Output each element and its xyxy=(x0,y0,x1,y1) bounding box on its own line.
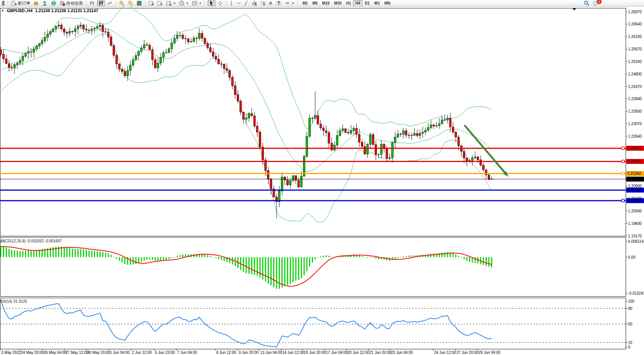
toolbar-grip[interactable] xyxy=(297,1,299,5)
zoom-out-icon xyxy=(128,0,133,6)
svg-text:8 Jun 12:00: 8 Jun 12:00 xyxy=(216,350,236,355)
svg-text:-0.013241: -0.013241 xyxy=(628,291,644,295)
text-icon: A xyxy=(269,0,272,6)
clipped-edge-icon[interactable] xyxy=(0,0,6,6)
bar-chart-button[interactable] xyxy=(88,0,96,6)
text-label-icon: T xyxy=(276,0,281,6)
toolbar-separator xyxy=(116,1,116,6)
svg-text:0.00: 0.00 xyxy=(628,255,636,259)
crosshair-icon xyxy=(217,0,223,6)
timeframe-H1[interactable]: H1 xyxy=(344,0,353,6)
chevron-down-icon[interactable]: ▼ xyxy=(173,2,176,5)
profile-next-button[interactable] xyxy=(156,0,164,6)
community-button[interactable] xyxy=(41,0,49,6)
timeframe-M1[interactable]: M1 xyxy=(300,0,310,6)
arrows-icon xyxy=(284,0,290,6)
chart-canvas[interactable]: 1.269701.265401.261001.256701.252401.248… xyxy=(0,0,644,355)
svg-text:21 Jun 20:00: 21 Jun 20:00 xyxy=(369,350,391,355)
svg-text:50: 50 xyxy=(628,322,633,326)
candlestick-chart-button[interactable] xyxy=(97,0,105,6)
rsi-line xyxy=(1,300,492,347)
price-axis[interactable]: 1.269701.265401.261001.256701.252401.248… xyxy=(626,10,642,238)
svg-text:13 Jun 04:00: 13 Jun 04:00 xyxy=(260,350,282,355)
fibonacci-tool[interactable]: F xyxy=(259,0,267,6)
zoom-in-icon xyxy=(119,0,125,6)
text-tool[interactable]: A xyxy=(267,0,274,6)
ohlc-values: 1.21159 1.21236 1.21131 1.21147 xyxy=(35,8,98,13)
profile-button[interactable] xyxy=(147,0,155,6)
svg-text:23 Jun 04:00: 23 Jun 04:00 xyxy=(391,350,413,355)
window-caret-icon[interactable]: ▼ xyxy=(1,9,4,13)
toolbar-separator xyxy=(8,1,8,6)
vertical-line-tool[interactable]: │ xyxy=(228,0,235,6)
line-chart-button[interactable] xyxy=(106,0,114,6)
timeframe-M5[interactable]: M5 xyxy=(310,0,320,6)
templates-button[interactable]: ▼ xyxy=(191,0,203,6)
chevron-down-icon[interactable]: ▼ xyxy=(292,2,294,5)
svg-text:24 May 20:00: 24 May 20:00 xyxy=(21,350,44,355)
svg-text:1.21342: 1.21342 xyxy=(627,171,641,176)
chart-title: ▼ GBPUSD-,H4 1.21159 1.21236 1.21131 1.2… xyxy=(1,8,98,13)
signal-icon xyxy=(51,0,56,6)
trendline-icon: ╱ xyxy=(245,0,247,6)
chart-shift-marker-icon[interactable] xyxy=(572,8,576,11)
svg-text:5 Jun 23:00: 5 Jun 23:00 xyxy=(155,350,175,355)
toolbar-separator xyxy=(226,1,227,6)
arrows-tool[interactable]: ▼ xyxy=(283,0,295,6)
profile-next-icon xyxy=(157,0,163,6)
svg-text:1.20398: 1.20398 xyxy=(627,198,641,203)
gold-icon xyxy=(33,0,39,6)
tile-windows-icon xyxy=(136,0,142,6)
macd-indicator-label: MACD(12,26,9) -0.003262 -0.001697 xyxy=(0,239,62,243)
svg-text:30 May 20:00: 30 May 20:00 xyxy=(87,350,110,355)
text-label-tool[interactable]: T xyxy=(275,0,283,6)
svg-text:1.25670: 1.25670 xyxy=(628,47,642,51)
svg-text:15 Jun 20:00: 15 Jun 20:00 xyxy=(304,350,326,355)
svg-text:1.26970: 1.26970 xyxy=(628,10,642,14)
main-toolbar: 新订单 自动交易 xyxy=(0,0,644,6)
horizontal-lines[interactable]: 1.222201.217611.213421.211471.207651.203… xyxy=(0,146,644,203)
cursor-tool-button[interactable] xyxy=(208,0,216,6)
trend-arrow-annotation[interactable] xyxy=(464,125,508,177)
macd-histogram xyxy=(0,247,492,289)
svg-text:1.20765: 1.20765 xyxy=(627,188,641,192)
chevron-down-icon[interactable]: ▼ xyxy=(199,2,202,5)
notifications-button[interactable]: 1 xyxy=(593,0,599,6)
trendline-tool[interactable]: ╱ xyxy=(243,0,249,6)
tile-windows-button[interactable] xyxy=(135,0,143,6)
community-icon xyxy=(42,0,48,6)
channel-tool[interactable]: E xyxy=(250,0,258,6)
fibonacci-icon: F xyxy=(260,0,266,6)
chevron-down-icon[interactable]: ▼ xyxy=(186,2,189,5)
indicators-button[interactable]: ▼ xyxy=(165,0,177,6)
svg-text:26 May 04:00: 26 May 04:00 xyxy=(44,350,67,355)
autotrade-icon xyxy=(59,0,65,6)
svg-text:0.006114: 0.006114 xyxy=(628,239,644,243)
timeframe-MN[interactable]: MN xyxy=(382,0,393,6)
search-button[interactable] xyxy=(584,0,589,6)
autotrade-button[interactable]: 自动交易 xyxy=(58,0,84,6)
horizontal-line-tool[interactable]: ─ xyxy=(236,0,242,6)
timeframe-H4[interactable]: H4 xyxy=(353,0,363,6)
crosshair-tool-button[interactable] xyxy=(216,0,224,6)
timeframe-W1[interactable]: W1 xyxy=(372,0,382,6)
svg-text:17 Jun 04:00: 17 Jun 04:00 xyxy=(326,350,348,355)
new-order-button[interactable]: 新订单 xyxy=(10,0,31,6)
svg-text:29 Jun 04:00: 29 Jun 04:00 xyxy=(478,350,500,355)
vertical-line-icon: │ xyxy=(230,0,233,6)
svg-text:1.22640: 1.22640 xyxy=(628,134,642,138)
line-chart-icon xyxy=(107,0,113,6)
timeframe-M30[interactable]: M30 xyxy=(332,0,344,6)
toolbar-grip[interactable] xyxy=(205,1,206,5)
time-axis[interactable]: 3 May 202224 May 20:0026 May 04:0027 May… xyxy=(0,349,501,355)
gold-button[interactable] xyxy=(32,0,40,6)
svg-text:15: 15 xyxy=(628,341,633,345)
timeframe-D1[interactable]: D1 xyxy=(363,0,372,6)
svg-text:1.24370: 1.24370 xyxy=(628,85,642,89)
periods-button[interactable]: ▼ xyxy=(178,0,190,6)
templates-icon xyxy=(192,0,197,6)
timeframe-M15[interactable]: M15 xyxy=(320,0,332,6)
zoom-in-button[interactable] xyxy=(118,0,126,6)
signal-button[interactable] xyxy=(50,0,58,6)
zoom-out-button[interactable] xyxy=(127,0,134,6)
